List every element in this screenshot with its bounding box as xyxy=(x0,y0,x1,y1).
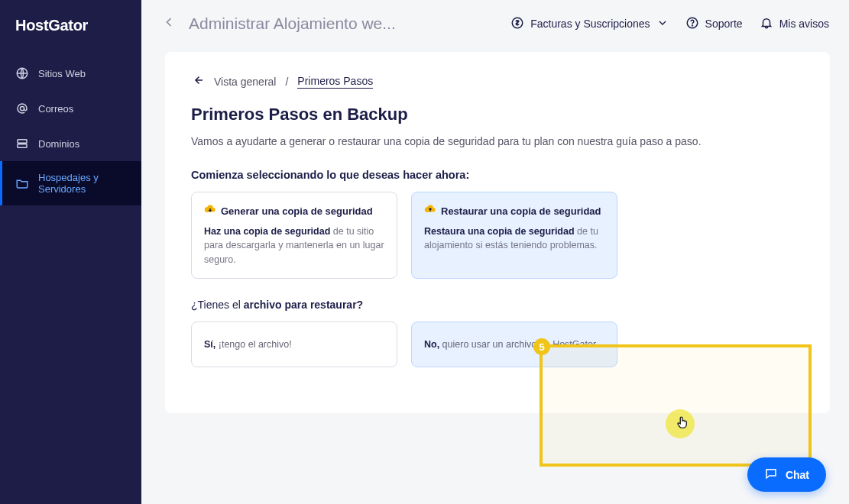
breadcrumb-back-icon[interactable] xyxy=(191,73,205,89)
section-heading: Comienza seleccionando lo que deseas hac… xyxy=(191,169,804,181)
card-desc-strong: Restaura una copia de seguridad xyxy=(424,226,575,237)
chat-icon xyxy=(764,467,778,483)
page-context-title: Administrar Alojamiento we... xyxy=(189,15,396,33)
question-has-file: ¿Tienes el archivo para restaurar? xyxy=(191,299,804,311)
answer-no-light: quiero usar un archivo de HostGator. xyxy=(439,339,598,350)
tutorial-step-badge: 5 xyxy=(533,338,550,355)
at-icon xyxy=(15,102,29,115)
card-desc-strong: Haz una copia de seguridad xyxy=(204,226,330,237)
answer-no-strong: No, xyxy=(424,339,439,350)
card-restore-backup[interactable]: Restaurar una copia de seguridad Restaur… xyxy=(411,192,617,279)
svg-point-6 xyxy=(692,24,692,25)
chevron-down-icon xyxy=(656,17,669,31)
sidebar-item-hosting[interactable]: Hospedajes y Servidores xyxy=(0,161,141,205)
brand-logo: HostGator xyxy=(0,17,141,56)
sidebar-item-label: Sitios Web xyxy=(38,68,86,79)
main-panel: Vista general / Primeros Pasos Primeros … xyxy=(165,52,830,413)
sidebar: HostGator Sitios Web Correos Dominios Ho… xyxy=(0,0,141,504)
dollar-icon xyxy=(510,16,524,32)
support-label: Soporte xyxy=(705,18,743,30)
q2-strong: archivo para restaurar? xyxy=(244,299,363,311)
cursor-hand-icon xyxy=(674,414,691,434)
sidebar-item-dominios[interactable]: Dominios xyxy=(0,126,141,161)
q2-prefix: ¿Tienes el xyxy=(191,299,244,311)
card-title-text: Restaurar una copia de seguridad xyxy=(441,204,601,219)
sidebar-item-label: Dominios xyxy=(38,138,79,150)
notices-link[interactable]: Mis avisos xyxy=(760,16,829,32)
breadcrumb-prev[interactable]: Vista general xyxy=(214,76,276,88)
folder-icon xyxy=(15,176,29,190)
card-generate-backup[interactable]: Generar una copia de seguridad Haz una c… xyxy=(191,192,397,279)
topbar: Administrar Alojamiento we... Facturas y… xyxy=(141,0,849,47)
cloud-download-icon xyxy=(204,203,216,220)
svg-rect-2 xyxy=(18,140,27,144)
notices-label: Mis avisos xyxy=(779,18,829,30)
sidebar-item-label: Hospedajes y Servidores xyxy=(38,172,126,195)
sidebar-item-label: Correos xyxy=(38,103,73,115)
globe-icon xyxy=(15,66,29,80)
chat-button[interactable]: Chat xyxy=(747,457,826,492)
breadcrumb-current: Primeros Pasos xyxy=(297,75,373,89)
billing-link[interactable]: Facturas y Suscripciones xyxy=(510,16,668,32)
billing-label: Facturas y Suscripciones xyxy=(530,18,650,30)
page-subtitle: Vamos a ayudarte a generar o restaurar u… xyxy=(191,135,804,147)
chat-label: Chat xyxy=(786,469,809,481)
svg-point-1 xyxy=(20,106,24,110)
support-link[interactable]: Soporte xyxy=(685,16,743,32)
svg-rect-3 xyxy=(18,144,27,148)
cloud-upload-icon xyxy=(424,203,436,220)
answer-yes-light: ¡tengo el archivo! xyxy=(215,339,291,350)
answer-cards: Sí, ¡tengo el archivo! No, quiero usar u… xyxy=(191,321,804,367)
sidebar-item-sitios-web[interactable]: Sitios Web xyxy=(0,56,141,91)
card-title-text: Generar una copia de seguridad xyxy=(221,204,373,219)
bell-icon xyxy=(760,16,773,32)
breadcrumb-sep: / xyxy=(285,76,288,88)
help-icon xyxy=(685,16,699,32)
breadcrumb: Vista general / Primeros Pasos xyxy=(191,73,804,89)
page-title: Primeros Pasos en Backup xyxy=(191,105,804,124)
answer-yes-strong: Sí, xyxy=(204,339,215,350)
sidebar-item-correos[interactable]: Correos xyxy=(0,91,141,126)
server-icon xyxy=(15,137,29,150)
answer-yes[interactable]: Sí, ¡tengo el archivo! xyxy=(191,321,397,367)
answer-no[interactable]: No, quiero usar un archivo de HostGator. xyxy=(411,321,617,367)
back-arrow-icon[interactable] xyxy=(161,15,177,33)
action-cards: Generar una copia de seguridad Haz una c… xyxy=(191,192,804,279)
